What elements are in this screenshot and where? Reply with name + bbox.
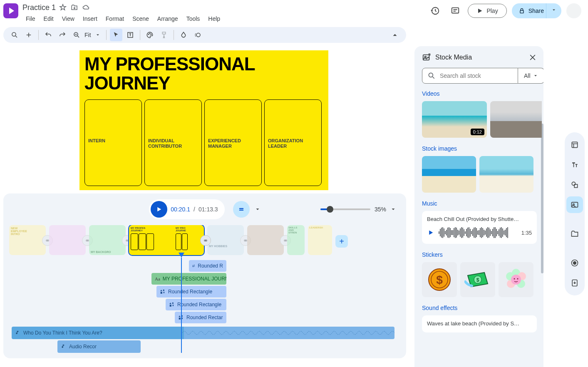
svg-rect-10 (239, 210, 243, 211)
chevron-down-icon[interactable] (255, 206, 261, 212)
sticker-thumb[interactable]: $ (422, 262, 457, 297)
menu-scene[interactable]: Scene (129, 14, 152, 24)
music-note-icon (61, 344, 67, 350)
play-icon[interactable] (427, 229, 434, 236)
video-thumb[interactable] (490, 101, 542, 138)
templates-icon[interactable] (566, 136, 583, 153)
menu-help[interactable]: Help (205, 14, 223, 24)
section-sfx[interactable]: Sound effects (422, 305, 542, 311)
slide-title[interactable]: MY PROFESSIONALJOURNEY (84, 55, 255, 93)
scene-thumb-selected[interactable]: MY PROFESJOURNEY MY PROJOURNE (129, 225, 204, 255)
folder-icon[interactable] (566, 226, 583, 242)
scene-thumb[interactable]: MY BACKGRO (89, 225, 126, 255)
audio-track[interactable]: Audio Recor (57, 340, 141, 353)
chevron-down-icon[interactable] (390, 206, 396, 212)
scene-thumb[interactable] (247, 225, 284, 255)
share-label: Share (528, 7, 544, 14)
sticker-thumb[interactable]: $ (460, 262, 495, 297)
svg-point-37 (514, 278, 515, 280)
video-thumb[interactable]: 0:12 (422, 101, 487, 138)
time-total: 01:13.3 (198, 206, 223, 213)
time-current: 00:20.1 (171, 206, 190, 213)
slide-card[interactable]: ORGANIZATION LEADER (264, 99, 322, 186)
search-input[interactable] (440, 72, 513, 79)
section-images[interactable]: Stock images (422, 145, 542, 152)
section-music[interactable]: Music (422, 200, 542, 207)
undo-icon[interactable] (42, 29, 55, 41)
format-paint-icon[interactable] (158, 29, 170, 41)
scene-thumb[interactable] (49, 225, 86, 255)
add-icon[interactable] (22, 29, 35, 41)
audio-label: Who Do You Think I Think You Are? (23, 330, 102, 336)
search-input-wrap[interactable] (422, 68, 518, 84)
canvas[interactable]: MY PROFESSIONALJOURNEY INTERN INDIVIDUAL… (0, 46, 408, 190)
motion-icon[interactable] (191, 29, 204, 41)
section-stickers[interactable]: Stickers (422, 251, 542, 258)
comments-icon[interactable] (448, 3, 463, 18)
transition-icon[interactable] (200, 235, 211, 246)
image-thumb[interactable] (479, 156, 533, 193)
menu-edit[interactable]: Edit (40, 14, 57, 24)
slide-card[interactable]: INDIVIDUAL CONTRIBUTOR (144, 99, 202, 186)
scene-thumb[interactable]: NEWEMPLOYEEINTRO (9, 225, 46, 255)
music-card[interactable]: Beach Chill Out (Provided by Shutte… 1:3… (422, 211, 537, 244)
scene-strip[interactable]: NEWEMPLOYEEINTRO MY BACKGRO MY PROFESJOU… (9, 225, 400, 258)
star-icon[interactable] (59, 4, 67, 12)
menu-tools[interactable]: Tools (183, 14, 203, 24)
avatar[interactable] (566, 3, 581, 18)
scene-thumb[interactable]: MY HOBBIES (207, 225, 244, 255)
sfx-title: Waves at lake beach (Provided by S… (427, 320, 532, 327)
sticker-thumb[interactable] (499, 262, 533, 297)
playhead[interactable] (181, 258, 182, 353)
timeline-play-button[interactable] (151, 201, 167, 218)
palette-icon[interactable] (144, 29, 156, 41)
sfx-card[interactable]: Waves at lake beach (Provided by S… (422, 315, 537, 332)
media-icon[interactable] (566, 196, 583, 213)
menu-file[interactable]: File (22, 14, 39, 24)
slide-card[interactable]: INTERN (84, 99, 142, 186)
close-icon[interactable] (528, 53, 537, 62)
menu-view[interactable]: View (59, 14, 78, 24)
track-text[interactable]: AaMY PROFESSIONAL JOURN (151, 273, 226, 285)
move-icon[interactable] (71, 4, 79, 12)
scene-thumb[interactable]: LEADERSH (308, 225, 332, 255)
menu-format[interactable]: Format (102, 14, 127, 24)
image-thumb[interactable] (422, 156, 476, 193)
menu-arrange[interactable]: Arrange (154, 14, 181, 24)
play-button[interactable]: Play (468, 4, 506, 18)
textbox-icon[interactable] (124, 29, 136, 41)
section-videos[interactable]: Videos (422, 90, 542, 97)
track-shape[interactable]: Rounded R (189, 260, 226, 272)
export-icon[interactable] (566, 275, 583, 291)
track-shape[interactable]: Rounded Rectar (175, 312, 226, 323)
pointer-icon[interactable] (110, 29, 122, 41)
share-dropdown[interactable] (546, 3, 561, 18)
redo-icon[interactable] (56, 29, 69, 41)
doc-title[interactable]: Practice 1 (22, 3, 56, 12)
chevron-down-icon[interactable] (95, 32, 100, 37)
history-icon[interactable] (428, 3, 443, 18)
slide-card[interactable]: EXPERIENCED MANAGER (204, 99, 262, 186)
zoom-level[interactable]: Fit (84, 32, 91, 38)
scene-thumb[interactable]: SKILLSANDSTREN (287, 225, 305, 255)
track-shape[interactable]: Rounded Rectangle (166, 299, 226, 310)
add-scene-button[interactable]: + (335, 235, 348, 248)
scrollbar[interactable] (541, 124, 543, 273)
svg-point-25 (429, 73, 433, 77)
collapse-icon[interactable] (389, 29, 401, 41)
slide[interactable]: MY PROFESSIONALJOURNEY INTERN INDIVIDUAL… (79, 50, 328, 190)
menu-insert[interactable]: Insert (79, 14, 101, 24)
filter-dropdown[interactable]: All (518, 68, 543, 84)
shapes-icon[interactable] (566, 176, 583, 193)
app-header: Practice 1 File Edit View Insert Format … (0, 0, 588, 24)
text-icon[interactable] (566, 156, 583, 173)
ink-drop-icon[interactable] (177, 29, 190, 41)
search-icon[interactable] (8, 29, 21, 41)
track-shape[interactable]: Rounded Rectangle (156, 286, 226, 298)
record-icon[interactable] (566, 255, 583, 271)
cloud-icon[interactable] (82, 4, 91, 12)
zoom-slider[interactable] (320, 208, 370, 210)
audio-track[interactable]: Who Do You Think I Think You Are? (12, 327, 394, 339)
view-mode-button[interactable] (233, 201, 250, 218)
share-button[interactable]: Share (512, 3, 551, 18)
